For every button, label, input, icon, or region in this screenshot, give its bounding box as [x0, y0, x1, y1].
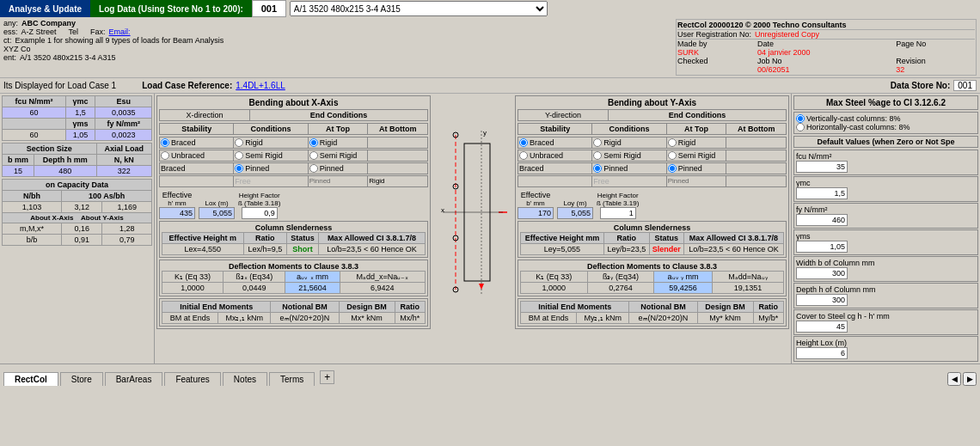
nbh-header: N/bh	[3, 191, 62, 202]
x-top-pinned-radio[interactable]	[235, 164, 243, 173]
y-bottom-rigid-radio[interactable]	[668, 138, 677, 147]
y-max-value: Lo/b=23,5 < 60 Hence OK	[683, 244, 783, 255]
made-by-label: Made by	[677, 40, 757, 48]
asbh-value: 3,12	[62, 202, 102, 213]
y-conditions-row: Stability Conditions At Top At Bottom	[518, 123, 787, 135]
y-b-input[interactable]: 170	[518, 207, 554, 219]
y-top-semirigid-label: Semi Rigid	[603, 151, 641, 160]
x-h-label: h' mm	[168, 199, 187, 207]
scroll-buttons: ◀ ▶	[947, 372, 977, 386]
x-bottom-pinned-label: Pinned	[320, 164, 344, 173]
y-unbraced-radio[interactable]	[519, 151, 528, 160]
horizontally-radio[interactable]	[796, 123, 805, 131]
y-ratio-header: Ratio	[603, 233, 649, 244]
tab-rectcol[interactable]: RectCol	[3, 372, 58, 386]
x-unbraced-radio[interactable]	[161, 151, 169, 160]
y-top-pinned-radio[interactable]	[593, 164, 602, 173]
x-deflection-box: Deflection Moments to Clause 3.8.3 K₁ (E…	[159, 260, 428, 296]
y-initial-header: Initial End Moments	[521, 302, 629, 313]
capacity-table: on Capacity Data N/bh 100 As/bh 1,103 3,…	[2, 179, 152, 246]
diagram-area: y x	[434, 95, 511, 329]
header-section: any: ABC Company ess: A-Z Street Tel Fax…	[0, 17, 980, 78]
tab-barareas[interactable]: BarAreas	[105, 372, 163, 386]
y-bottom-semirigid-label: Semi Rigid	[678, 151, 716, 160]
rectcol-title: RectCol 20000120 © 2000 Techno Consultan…	[677, 21, 847, 29]
bending-x-header: X-direction End Conditions	[159, 109, 428, 121]
y-braced2-label: Braced	[519, 164, 544, 173]
height-input[interactable]: 6	[796, 347, 848, 359]
tab-terms[interactable]: Terms	[269, 372, 315, 386]
add-tab-button[interactable]: +	[320, 370, 334, 384]
gamma-ms-input[interactable]: 1,05	[796, 241, 848, 253]
reg-value: Unregistered Copy	[755, 30, 819, 39]
cover-input[interactable]: 45	[796, 321, 848, 333]
y-beta-input[interactable]: 1	[600, 207, 636, 219]
fcu-label: fcu N/mm²	[796, 152, 976, 161]
bending-x-section: Bending about X-Axis X-direction End Con…	[156, 95, 431, 329]
x-bottom-pinned-radio[interactable]	[309, 164, 318, 173]
x-h-input[interactable]: 435	[159, 207, 195, 219]
depth-box: Depth h of Column mm 300	[793, 283, 978, 309]
gamma-mc-input[interactable]: 1,5	[796, 187, 848, 199]
y-top-rigid-radio[interactable]	[593, 138, 602, 147]
depth-value: 480	[34, 166, 96, 177]
cover-label: Cover to Steel cg h - h' mm	[796, 312, 976, 321]
header-left: any: ABC Company ess: A-Z Street Tel Fax…	[3, 19, 676, 76]
tab-notes[interactable]: Notes	[223, 372, 267, 386]
sub-value: XYZ Co	[3, 45, 31, 53]
scroll-left-button[interactable]: ◀	[947, 372, 961, 386]
y-end-conditions-label: End Conditions	[609, 110, 786, 120]
y-braced2-row: Braced Pinned Pinned	[518, 162, 787, 174]
x-bottom-semirigid-radio[interactable]	[309, 151, 318, 160]
x-top-semirigid-radio[interactable]	[235, 151, 243, 160]
right-panel: Max Steel %age to CI 3.12.6.2 Vertically…	[791, 94, 980, 364]
x-mx21-label: Mx₂,₁ kNm	[218, 313, 271, 324]
x-bottom-semirigid-label: Semi Rigid	[320, 151, 358, 160]
fcu-box: fcu N/mm² 35	[793, 150, 978, 175]
scroll-right-button[interactable]: ▶	[963, 372, 977, 386]
depth-input[interactable]: 300	[796, 294, 848, 306]
x-notional-header: Notional BM	[271, 302, 339, 313]
analyse-button[interactable]: Analyse & Update	[0, 0, 90, 17]
esu-val1: 0,0035	[95, 107, 152, 119]
fy-input[interactable]: 460	[796, 214, 848, 226]
x-top-rigid-radio[interactable]	[235, 138, 243, 147]
y-braced-radio[interactable]	[519, 138, 528, 147]
x-slenderness-title: Column Slenderness	[162, 223, 426, 232]
y-bottom-semirigid-radio[interactable]	[668, 151, 677, 160]
y-eff-height-header: Effective Height mm	[521, 233, 604, 244]
load-dropdown[interactable]: A/1 3520 480x215 3-4 A315	[290, 1, 548, 16]
y-deflection-box: Deflection Moments to Clause 3.8.3 K₁ (E…	[518, 260, 787, 296]
x-bottom-rigid-radio[interactable]	[309, 138, 318, 147]
y-braced-row: Braced Rigid Rigid	[518, 137, 787, 149]
width-input[interactable]: 300	[796, 267, 848, 279]
left-panel: fcu N/mm² γmc Esu 60 1,5 0,0035 γms fy N…	[0, 94, 155, 364]
x-braced-radio[interactable]	[161, 138, 169, 147]
y-deflection-title: Deflection Moments to Clause 3.8.3	[520, 262, 784, 271]
x-top-pinned-label: Pinned	[245, 164, 269, 173]
y-bm-label: BM at Ends	[521, 313, 577, 324]
checked-label: Checked	[677, 57, 757, 65]
tab-store[interactable]: Store	[60, 372, 103, 386]
y-loy-input[interactable]: 5,055	[557, 207, 593, 219]
dropdown-area: A/1 3520 480x215 3-4 A315	[286, 0, 980, 17]
x-eff-height-value: Lex=4,550	[162, 244, 244, 255]
logdata-button[interactable]: Log Data (Using Store No 1 to 200):	[90, 0, 252, 17]
x-direction-label: X-direction	[160, 110, 250, 120]
depth-header: Depth h mm	[34, 155, 96, 166]
x-lox-input[interactable]: 5,055	[199, 207, 235, 219]
y-top-semirigid-radio[interactable]	[593, 151, 602, 160]
fcu-default-input[interactable]: 35	[796, 161, 848, 173]
ref-value: A/1 3520 480x215 3-4 A315	[20, 53, 116, 62]
x-beta-input[interactable]: 0,9	[242, 207, 278, 219]
y-conditions-title: Conditions	[592, 124, 666, 134]
column-diagram: y x	[438, 126, 507, 298]
vertically-radio[interactable]	[796, 114, 805, 123]
address-value: A-Z Street	[21, 27, 57, 36]
x-madd-label: Mₐdd_x=Naᵤ₋ₓ	[340, 272, 425, 283]
gamma-mc-box: γmc 1,5	[793, 176, 978, 202]
y-bottom-pinned-radio[interactable]	[668, 164, 677, 173]
x-slenderness-table: Effective Height m Ratio Status Max Allo…	[162, 232, 426, 255]
tab-features[interactable]: Features	[164, 372, 220, 386]
y-a-value: 59,4256	[654, 283, 713, 294]
